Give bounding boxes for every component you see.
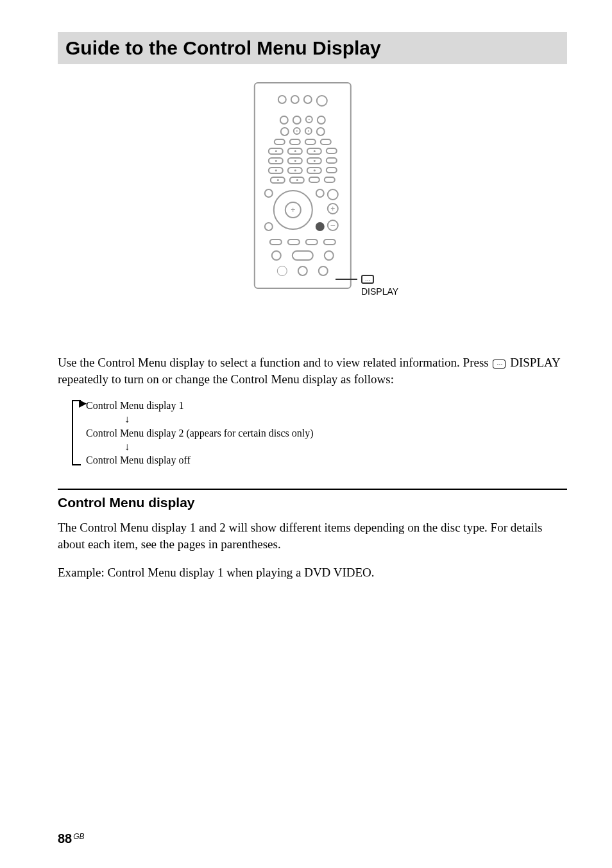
remote-diagram: + – DISPLAY (58, 82, 567, 339)
arrow-down-icon: ↓ (86, 440, 567, 453)
cycle-bracket-icon (72, 400, 81, 465)
page-title: Guide to the Control Menu Display (65, 37, 559, 59)
arrow-right-icon: ▶ (79, 397, 87, 409)
intro-paragraph: Use the Control Menu display to select a… (58, 354, 567, 387)
flow-step-1: Control Menu display 1 (86, 399, 567, 412)
page-number-suffix: GB (73, 832, 84, 841)
flow-step-3: Control Menu display off (86, 453, 567, 467)
document-page: Guide to the Control Menu Display + (0, 0, 612, 868)
example-line: Example: Control Menu display 1 when pla… (58, 564, 567, 581)
section-heading: Control Menu display (58, 495, 567, 510)
remote-control-illustration: + – (254, 82, 352, 289)
arrow-down-icon: ↓ (86, 412, 567, 426)
section-body: The Control Menu display 1 and 2 will sh… (58, 519, 567, 552)
title-bar: Guide to the Control Menu Display (58, 32, 567, 64)
menu-flow-diagram: ▶ Control Menu display 1 ↓ Control Menu … (86, 399, 567, 467)
callout-label: DISPLAY (361, 286, 398, 297)
display-button-icon (316, 222, 325, 231)
display-icon (493, 360, 506, 369)
page-number: 88GB (58, 831, 85, 846)
intro-text-pre: Use the Control Menu display to select a… (58, 356, 491, 369)
section-divider (58, 489, 567, 490)
display-icon (361, 275, 374, 284)
page-number-value: 88 (58, 831, 72, 846)
display-button-callout: DISPLAY (336, 275, 378, 284)
flow-step-2: Control Menu display 2 (appears for cert… (86, 426, 567, 440)
